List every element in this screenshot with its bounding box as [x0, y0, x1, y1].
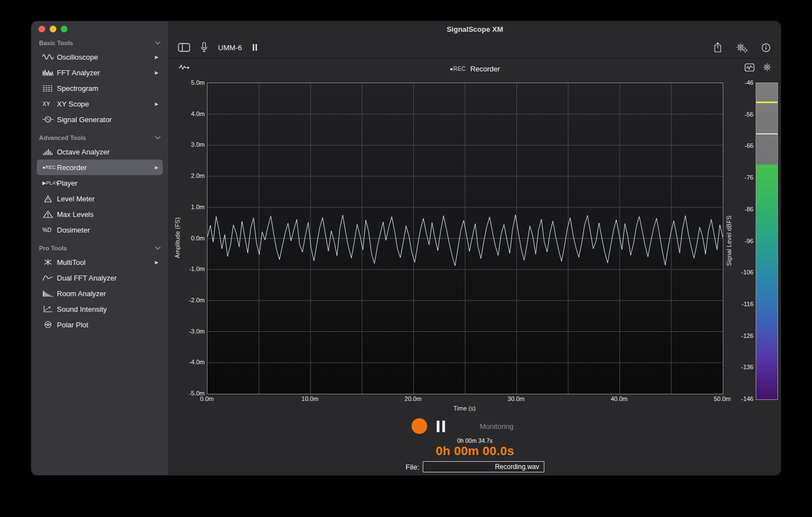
sidebar-item-dual-fft-analyzer[interactable]: Dual FFT Analyzer: [37, 270, 163, 286]
sidebar-item-room-analyzer[interactable]: Room Analyzer: [37, 286, 163, 301]
info-icon[interactable]: [761, 43, 771, 52]
sidebar-item-label: Signal Generator: [57, 115, 158, 124]
pause-input-icon[interactable]: [252, 44, 258, 51]
chart-view-icon[interactable]: [745, 63, 755, 72]
level-meter-tick-label: -46: [745, 79, 753, 86]
sidebar-item-xy-scope[interactable]: XYXY Scope▶: [37, 96, 163, 112]
sidebar-section-basic-tools: Basic ToolsOscilloscope▶FFT Analyzer▶Spe…: [31, 37, 168, 127]
sidebar-item-label: Oscilloscope: [57, 53, 155, 61]
level-meter-tick-label: -76: [745, 174, 753, 181]
input-device-label[interactable]: UMM-6: [218, 44, 242, 52]
disclosure-arrow-icon[interactable]: ▶: [155, 102, 158, 107]
microphone-icon[interactable]: [200, 42, 208, 53]
sidebar-section-header-advanced-tools[interactable]: Advanced Tools: [31, 132, 168, 144]
sidebar-item-fft-analyzer[interactable]: FFT Analyzer▶: [37, 65, 163, 80]
y-axis-title: Amplitude (FS): [172, 83, 182, 393]
sidebar-item-label: FFT Analyzer: [57, 69, 155, 77]
file-row: File:: [169, 461, 781, 472]
toolbar-left: UMM-6: [178, 37, 258, 58]
toolbar-right: [713, 37, 771, 58]
sidebar-item-spectrogram[interactable]: Spectrogram: [37, 80, 163, 96]
y-axis-ticks: 5.0m4.0m3.0m2.0m1.0m0.0m-1.0m-2.0m-3.0m-…: [182, 83, 205, 393]
y-tick-label: -3.0m: [189, 328, 205, 335]
xy-icon: XY: [42, 100, 57, 107]
y-tick-label: 4.0m: [191, 110, 205, 117]
x-tick-label: 30.0m: [508, 395, 525, 402]
level-meter-bar: [756, 83, 778, 400]
sidebar-titlebar[interactable]: [31, 21, 168, 37]
sidebar-item-signal-generator[interactable]: Signal Generator: [37, 112, 163, 127]
sidebar-item-recorder[interactable]: ●RECRecorder▶: [37, 160, 163, 175]
sidebar-item-multitool[interactable]: MultiTool▶: [37, 254, 163, 270]
sidebar-item-max-levels[interactable]: Max Levels: [37, 206, 163, 222]
sidebar-toggle-icon[interactable]: [178, 43, 190, 52]
level-meter-tick-label: -106: [741, 269, 753, 276]
rec-icon: ●REC: [42, 165, 57, 170]
settings-gears-icon[interactable]: [736, 42, 748, 53]
sidebar-item-label: Recorder: [57, 163, 155, 172]
window-title: SignalScope XM: [447, 25, 503, 33]
peak-level-marker: [756, 102, 777, 103]
sidebar-section-pro-tools: Pro ToolsMultiTool▶Dual FFT AnalyzerRoom…: [31, 242, 168, 332]
x-tick-label: 0.0m: [200, 395, 214, 402]
zoom-window-button[interactable]: [61, 26, 67, 32]
waveform-plot[interactable]: [207, 83, 723, 394]
tool-list: Basic ToolsOscilloscope▶FFT Analyzer▶Spe…: [31, 37, 168, 332]
titlebar[interactable]: SignalScope XM: [169, 21, 781, 37]
pause-button[interactable]: [437, 421, 445, 432]
sidebar-item-label: Max Levels: [57, 210, 158, 219]
minimize-window-button[interactable]: [50, 26, 56, 32]
dosimeter-icon: %D: [42, 227, 57, 233]
chevron-down-icon: [155, 247, 161, 250]
sidebar-section-advanced-tools: Advanced ToolsOctave Analyzer●RECRecorde…: [31, 132, 168, 238]
panel-header: ●REC Recorder: [169, 64, 781, 74]
sound-intensity-icon: [42, 305, 57, 313]
sidebar-item-label: Player: [57, 179, 158, 187]
warning-icon: [42, 210, 57, 218]
sidebar-item-label: Spectrogram: [57, 84, 158, 93]
sidebar-item-level-meter[interactable]: Level Meter: [37, 191, 163, 206]
x-axis-ticks: 0.0m10.0m20.0m30.0m40.0m50.0m: [207, 395, 722, 403]
y-tick-label: -4.0m: [189, 359, 205, 365]
close-window-button[interactable]: [38, 26, 45, 32]
record-button[interactable]: [412, 418, 427, 434]
sidebar-item-octave-analyzer[interactable]: Octave Analyzer: [37, 144, 163, 160]
sidebar-item-label: Room Analyzer: [57, 289, 158, 298]
rec-badge: ●REC: [450, 66, 466, 72]
level-meter-ticks: -46-56-66-76-86-96-106-116-126-136-146: [733, 83, 753, 399]
chart-settings-gear-icon[interactable]: [762, 62, 772, 72]
share-icon[interactable]: [713, 42, 722, 53]
level-meter-tick-label: -96: [745, 238, 753, 244]
elapsed-time-small: 0h 00m 34.7s: [169, 437, 781, 444]
sidebar-item-label: Dosimeter: [57, 226, 158, 234]
panel-title: Recorder: [470, 65, 500, 73]
sidebar-item-player[interactable]: ▶PLAYPlayer: [37, 175, 163, 191]
sidebar-section-header-pro-tools[interactable]: Pro Tools: [31, 242, 168, 254]
file-name-input[interactable]: [423, 461, 544, 472]
spectrogram-icon: [42, 84, 57, 92]
sidebar-item-polar-plot[interactable]: Polar Plot: [37, 317, 163, 332]
sidebar-section-header-basic-tools[interactable]: Basic Tools: [31, 37, 168, 49]
disclosure-arrow-icon[interactable]: ▶: [155, 165, 158, 170]
sidebar-item-dosimeter[interactable]: %DDosimeter: [37, 222, 163, 238]
sidebar-item-oscilloscope[interactable]: Oscilloscope▶: [37, 49, 163, 65]
x-tick-label: 10.0m: [302, 395, 319, 402]
dual-fft-icon: [42, 274, 57, 282]
y-tick-label: -1.0m: [189, 265, 205, 272]
waveform-svg: [207, 83, 723, 394]
y-tick-label: 5.0m: [191, 79, 205, 86]
sine-wave-icon: [42, 53, 57, 61]
traffic-lights: [38, 26, 67, 32]
disclosure-arrow-icon[interactable]: ▶: [155, 55, 158, 60]
y-tick-label: 3.0m: [191, 141, 205, 148]
sidebar-item-label: Sound Intensity: [57, 305, 158, 313]
level-meter-tick-label: -56: [745, 111, 753, 118]
level-meter-tick-label: -146: [741, 395, 753, 402]
disclosure-arrow-icon[interactable]: ▶: [155, 260, 158, 265]
y-tick-label: 1.0m: [191, 204, 205, 210]
level-meter-tick-label: -136: [741, 364, 753, 370]
multitool-icon: [42, 258, 57, 266]
disclosure-arrow-icon[interactable]: ▶: [155, 70, 158, 75]
sidebar-item-sound-intensity[interactable]: Sound Intensity: [37, 301, 163, 317]
level-meter-tick-label: -126: [741, 332, 753, 339]
